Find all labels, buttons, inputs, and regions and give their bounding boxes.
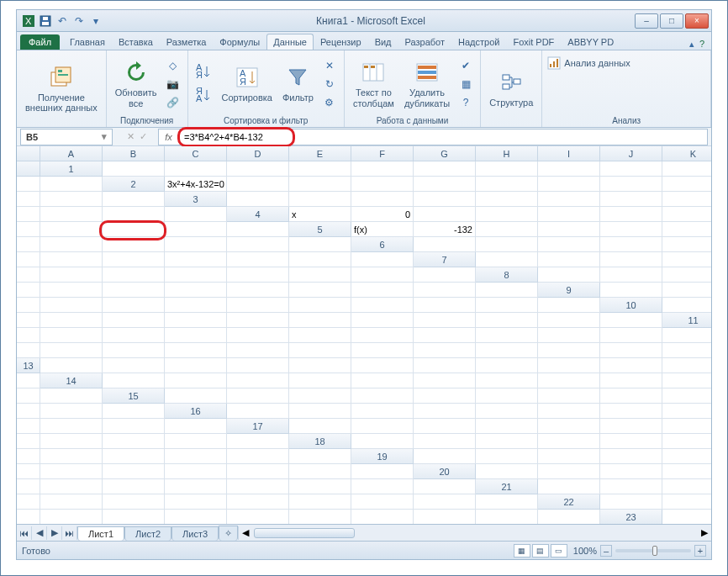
cell-D20[interactable] [662,464,711,479]
cell-J8[interactable] [289,283,351,298]
cell-C15[interactable] [289,388,351,404]
file-tab[interactable]: Файл [20,34,60,50]
sheet-nav-next-icon[interactable]: ▶ [47,526,62,540]
undo-icon[interactable]: ↶ [55,14,69,28]
row-header-1[interactable]: 1 [40,161,103,177]
cell-G1[interactable] [476,161,538,177]
cell-J11[interactable] [476,328,538,343]
cell-J4[interactable] [40,222,103,237]
cell-D1[interactable] [289,161,351,177]
cell-G13[interactable] [414,358,476,373]
cell-I1[interactable] [600,161,662,177]
cell-A4[interactable]: x [289,207,351,222]
cell-B12[interactable] [40,343,103,358]
cell-A19[interactable] [414,449,476,464]
cell-G2[interactable] [538,177,600,192]
cell-B9[interactable] [662,283,711,298]
cell-I8[interactable] [227,283,289,298]
cell-K3[interactable] [40,207,103,222]
zoom-slider[interactable] [615,549,691,552]
cell-F5[interactable] [662,222,711,237]
cell-I17[interactable] [17,434,40,449]
sheet-nav-last-icon[interactable]: ⏭ [62,526,77,540]
properties-icon[interactable]: 📷 [164,76,182,92]
cell-G10[interactable] [227,313,289,328]
cell-A8[interactable] [538,267,600,283]
cell-F4[interactable] [600,207,662,222]
cell-A1[interactable] [103,161,165,177]
cell-F8[interactable] [40,283,103,298]
cell-B1[interactable] [165,161,227,177]
whatif-icon[interactable]: ? [456,94,475,111]
cell-A20[interactable] [476,464,538,479]
cell-C12[interactable] [103,343,165,358]
cell-H18[interactable] [17,449,40,464]
cell-D11[interactable] [103,328,165,343]
cell-F3[interactable] [538,192,600,207]
cell-B11[interactable] [17,328,40,343]
cell-H6[interactable] [40,252,103,267]
qat-dropdown-icon[interactable]: ▾ [89,14,103,28]
cell-D15[interactable] [351,388,414,404]
cell-L8[interactable] [414,283,476,298]
cell-E22[interactable] [40,510,103,524]
cell-E11[interactable] [165,328,227,343]
cell-L22[interactable] [476,510,538,524]
cell-E5[interactable] [600,222,662,237]
cell-B22[interactable] [662,494,711,510]
cell-E2[interactable] [414,177,476,192]
row-header-3[interactable]: 3 [165,192,227,207]
cell-D16[interactable] [414,404,476,419]
advanced-icon[interactable]: ⚙ [320,94,339,111]
cell-E3[interactable] [476,192,538,207]
cell-K18[interactable] [165,449,227,464]
cell-A7[interactable] [476,252,538,267]
cell-A12[interactable] [17,343,40,358]
cell-D10[interactable] [40,313,103,328]
cell-J16[interactable] [17,419,40,434]
cell-E18[interactable] [600,434,662,449]
col-header-F[interactable]: F [351,146,414,161]
cell-E10[interactable] [103,313,165,328]
cell-K21[interactable] [351,494,414,510]
cell-L17[interactable] [165,434,227,449]
cell-L11[interactable] [600,328,662,343]
cell-H8[interactable] [165,283,227,298]
cell-C6[interactable] [538,237,600,252]
row-header-8[interactable]: 8 [476,267,538,283]
cell-F14[interactable] [414,373,476,388]
cell-B19[interactable] [476,449,538,464]
cell-A22[interactable] [600,494,662,510]
cell-C3[interactable] [351,192,414,207]
cell-H19[interactable] [40,464,103,479]
row-header-7[interactable]: 7 [414,252,476,267]
row-header-15[interactable]: 15 [103,388,165,404]
cell-E14[interactable] [351,373,414,388]
cell-A21[interactable] [538,479,600,494]
cell-F10[interactable] [165,313,227,328]
cell-F20[interactable] [17,479,40,494]
cell-K17[interactable] [103,434,165,449]
row-header-5[interactable]: 5 [289,222,351,237]
cell-A23[interactable] [662,510,711,524]
sheet-tab-3[interactable]: Лист3 [171,526,219,541]
row-header-4[interactable]: 4 [227,207,289,222]
outline-button[interactable]: Структура [486,67,536,109]
cell-B18[interactable] [414,434,476,449]
filter-button[interactable]: Фильтр [279,62,317,104]
cell-D12[interactable] [165,343,227,358]
cell-I19[interactable] [103,464,165,479]
tab-insert[interactable]: Вставка [112,34,160,50]
cell-C13[interactable] [165,358,227,373]
cell-A16[interactable] [227,404,289,419]
col-header-H[interactable]: H [476,146,538,161]
cell-K22[interactable] [414,510,476,524]
cell-E8[interactable] [17,283,40,298]
cell-C4[interactable] [414,207,476,222]
cell-C16[interactable] [351,404,414,419]
tab-abbyy[interactable]: ABBYY PD [561,34,620,50]
cell-I6[interactable] [103,252,165,267]
cell-I7[interactable] [165,267,227,283]
cell-K19[interactable] [227,464,289,479]
tab-data[interactable]: Данные [266,34,314,50]
